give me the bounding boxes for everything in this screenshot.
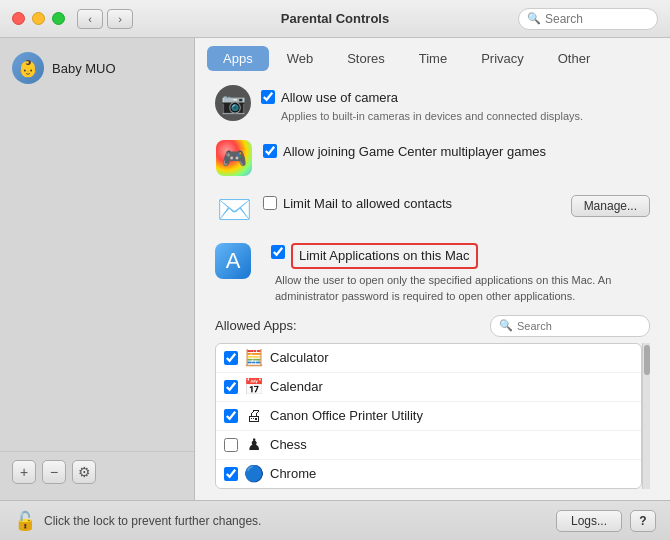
apps-list-wrapper: 🧮 Calculator 📅 Calendar 🖨 [215, 343, 650, 489]
app-name-calendar: Calendar [270, 379, 323, 394]
scrollbar[interactable] [642, 343, 650, 489]
app-checkbox-canon[interactable] [224, 409, 238, 423]
mail-setting-content: Limit Mail to allowed contacts Manage... [263, 191, 650, 217]
main-content: 👶 Baby MUO + − ⚙ Apps Web Stores Time Pr… [0, 38, 670, 500]
app-checkbox-chess[interactable] [224, 438, 238, 452]
lock-icon: 🔓 [14, 510, 36, 532]
tab-other[interactable]: Other [542, 46, 607, 71]
titlebar: ‹ › Parental Controls 🔍 [0, 0, 670, 38]
calendar-icon: 📅 [244, 377, 264, 397]
gamecenter-checkbox[interactable] [263, 144, 277, 158]
limit-apps-row: Limit Applications on this Mac [271, 243, 650, 269]
right-buttons: Logs... ? [556, 510, 656, 532]
allowed-apps-header: Allowed Apps: 🔍 [215, 315, 650, 337]
tab-apps[interactable]: Apps [207, 46, 269, 71]
settings-button[interactable]: ⚙ [72, 460, 96, 484]
mail-label: Limit Mail to allowed contacts [283, 195, 563, 213]
gamecenter-setting-content: Allow joining Game Center multiplayer ga… [263, 139, 650, 161]
app-name-canon: Canon Office Printer Utility [270, 408, 423, 423]
app-row-chess: ♟ Chess [216, 431, 641, 460]
gamecenter-label: Allow joining Game Center multiplayer ga… [283, 143, 650, 161]
camera-setting-row: 📷 Allow use of camera Applies to built-i… [215, 85, 650, 125]
app-row-calendar: 📅 Calendar [216, 373, 641, 402]
camera-icon: 📷 [215, 85, 251, 121]
gamecenter-label-block: Allow joining Game Center multiplayer ga… [283, 143, 650, 161]
lock-text: Click the lock to prevent further change… [44, 514, 261, 528]
apps-search-input[interactable] [517, 320, 641, 332]
limit-apps-content: Limit Applications on this Mac Allow the… [261, 243, 650, 305]
avatar: 👶 [12, 52, 44, 84]
app-checkbox-calendar[interactable] [224, 380, 238, 394]
app-row-canon: 🖨 Canon Office Printer Utility [216, 402, 641, 431]
chrome-icon: 🔵 [244, 464, 264, 484]
tab-web[interactable]: Web [271, 46, 330, 71]
calculator-icon: 🧮 [244, 348, 264, 368]
gamecenter-icon: 🎮 [215, 139, 253, 177]
search-input[interactable] [545, 12, 649, 26]
search-icon: 🔍 [527, 12, 541, 25]
mail-icon: ✉️ [215, 191, 253, 229]
apps-search-icon: 🔍 [499, 319, 513, 332]
sidebar-user-item[interactable]: 👶 Baby MUO [0, 46, 194, 90]
logs-button[interactable]: Logs... [556, 510, 622, 532]
forward-button[interactable]: › [107, 9, 133, 29]
nav-buttons: ‹ › [77, 9, 133, 29]
tab-privacy[interactable]: Privacy [465, 46, 540, 71]
limit-apps-label: Limit Applications on this Mac [299, 247, 470, 265]
limit-apps-section: A Limit Applications on this Mac Allow t… [215, 243, 650, 305]
remove-user-button[interactable]: − [42, 460, 66, 484]
allowed-apps-section: Allowed Apps: 🔍 🧮 Calculator [215, 315, 650, 489]
apps-search-bar[interactable]: 🔍 [490, 315, 650, 337]
back-button[interactable]: ‹ [77, 9, 103, 29]
add-user-button[interactable]: + [12, 460, 36, 484]
sidebar: 👶 Baby MUO + − ⚙ [0, 38, 195, 500]
tab-bar: Apps Web Stores Time Privacy Other [195, 38, 670, 71]
allowed-apps-label: Allowed Apps: [215, 318, 297, 333]
canon-icon: 🖨 [244, 406, 264, 426]
app-checkbox-calculator[interactable] [224, 351, 238, 365]
camera-checkbox[interactable] [261, 90, 275, 104]
help-button[interactable]: ? [630, 510, 656, 532]
content-panel: Apps Web Stores Time Privacy Other 📷 All… [195, 38, 670, 500]
limit-apps-checkbox[interactable] [271, 245, 285, 259]
close-button[interactable] [12, 12, 25, 25]
app-name-chess: Chess [270, 437, 307, 452]
maximize-button[interactable] [52, 12, 65, 25]
apps-list: 🧮 Calculator 📅 Calendar 🖨 [215, 343, 642, 489]
mail-checkbox[interactable] [263, 196, 277, 210]
app-row-calculator: 🧮 Calculator [216, 344, 641, 373]
lock-section: 🔓 Click the lock to prevent further chan… [14, 510, 261, 532]
camera-label: Allow use of camera [281, 89, 650, 107]
user-name: Baby MUO [52, 61, 116, 76]
window-title: Parental Controls [281, 11, 389, 26]
traffic-lights [12, 12, 65, 25]
app-name-calculator: Calculator [270, 350, 329, 365]
chess-icon: ♟ [244, 435, 264, 455]
app-checkbox-chrome[interactable] [224, 467, 238, 481]
app-row-chrome: 🔵 Chrome [216, 460, 641, 488]
limit-apps-desc: Allow the user to open only the specifie… [271, 273, 650, 305]
settings-area: 📷 Allow use of camera Applies to built-i… [195, 71, 670, 500]
tab-time[interactable]: Time [403, 46, 463, 71]
bottom-bar: 🔓 Click the lock to prevent further chan… [0, 500, 670, 540]
tab-stores[interactable]: Stores [331, 46, 401, 71]
camera-desc: Applies to built-in cameras in devices a… [281, 109, 650, 124]
sidebar-bottom: + − ⚙ [0, 451, 194, 492]
minimize-button[interactable] [32, 12, 45, 25]
gamecenter-setting-row: 🎮 Allow joining Game Center multiplayer … [215, 139, 650, 177]
limit-apps-highlight: Limit Applications on this Mac [291, 243, 478, 269]
camera-label-block: Allow use of camera Applies to built-in … [281, 89, 650, 125]
appstore-icon: A [215, 243, 251, 279]
app-name-chrome: Chrome [270, 466, 316, 481]
titlebar-search[interactable]: 🔍 [518, 8, 658, 30]
mail-setting-row: ✉️ Limit Mail to allowed contacts Manage… [215, 191, 650, 229]
camera-setting-content: Allow use of camera Applies to built-in … [261, 85, 650, 125]
mail-label-block: Limit Mail to allowed contacts [283, 195, 563, 213]
manage-button[interactable]: Manage... [571, 195, 650, 217]
